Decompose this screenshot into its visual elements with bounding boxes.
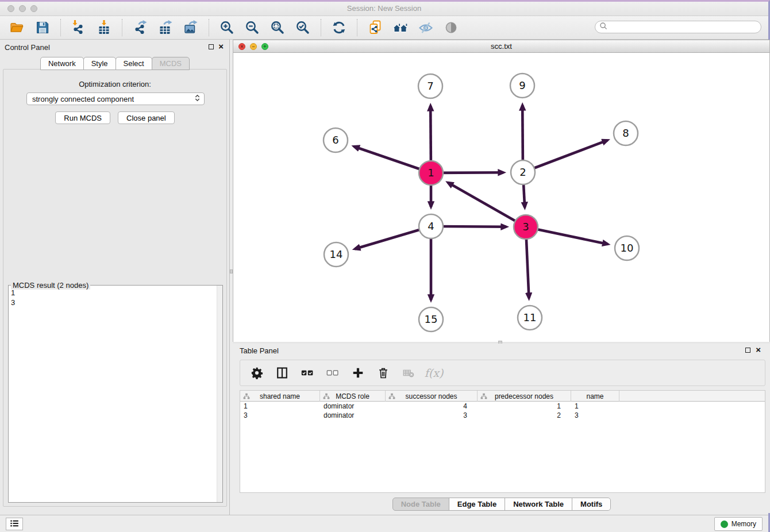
- delete-column-icon[interactable]: [376, 365, 391, 380]
- import-table-icon[interactable]: [95, 19, 113, 36]
- main-toolbar: [0, 16, 768, 40]
- open-session-icon[interactable]: [9, 19, 26, 36]
- window-title: Session: New Session: [0, 4, 768, 13]
- graph-node-1[interactable]: 1: [419, 161, 443, 185]
- table-row[interactable]: 3dominator323: [240, 411, 765, 420]
- vertical-splitter-handle[interactable]: [230, 269, 233, 273]
- delete-table-icon: [401, 365, 416, 380]
- graph-node-2[interactable]: 2: [511, 160, 535, 184]
- table-cell[interactable]: 1: [240, 402, 320, 411]
- memory-status-icon: [721, 521, 728, 528]
- svg-text:9: 9: [519, 79, 525, 91]
- task-history-button[interactable]: [6, 518, 23, 530]
- export-network-icon[interactable]: [132, 19, 149, 36]
- select-stepper-icon: [194, 94, 201, 104]
- table-body: 1dominator4113dominator323: [240, 402, 765, 492]
- hide-panel-icon[interactable]: [417, 19, 434, 36]
- table-cell[interactable]: dominator: [320, 402, 386, 411]
- tab-network[interactable]: Network: [40, 57, 84, 70]
- table-cell[interactable]: 2: [478, 411, 571, 420]
- graph-node-8[interactable]: 8: [614, 121, 638, 145]
- mcds-result-text[interactable]: 1 3: [9, 286, 217, 502]
- zoom-fit-icon[interactable]: [269, 19, 286, 36]
- network-window-title: scc.txt: [233, 42, 769, 51]
- graph-node-3[interactable]: 3: [514, 215, 538, 239]
- tab-network-table[interactable]: Network Table: [505, 498, 572, 511]
- memory-button[interactable]: Memory: [714, 517, 763, 531]
- network-window-titlebar[interactable]: × − + scc.txt: [233, 40, 769, 53]
- result-scrollbar[interactable]: [217, 286, 222, 502]
- graph-node-6[interactable]: 6: [324, 128, 348, 152]
- toolbar-separator: [209, 19, 209, 36]
- zoom-in-icon[interactable]: [218, 19, 236, 36]
- deselect-all-icon[interactable]: [325, 365, 340, 380]
- select-all-icon[interactable]: [300, 365, 315, 380]
- show-panel-icon[interactable]: [442, 19, 460, 36]
- search-icon: [599, 22, 608, 32]
- graph-node-14[interactable]: 14: [324, 242, 348, 267]
- column-header-name[interactable]: name: [571, 391, 619, 402]
- zoom-out-icon[interactable]: [244, 19, 261, 36]
- gear-icon[interactable]: [249, 365, 264, 380]
- table-cell[interactable]: 3: [386, 411, 478, 420]
- graph-node-9[interactable]: 9: [510, 74, 534, 98]
- tab-node-table[interactable]: Node Table: [392, 498, 449, 511]
- close-table-panel-icon[interactable]: ×: [756, 347, 761, 353]
- tab-motifs[interactable]: Motifs: [572, 498, 611, 511]
- zoom-selected-icon[interactable]: [294, 19, 311, 36]
- svg-text:1: 1: [428, 167, 434, 179]
- edge-2-8[interactable]: [523, 140, 607, 172]
- graph-node-15[interactable]: 15: [419, 307, 443, 331]
- split-columns-icon[interactable]: [275, 365, 290, 380]
- search-field[interactable]: [595, 21, 761, 33]
- table-cell[interactable]: 4: [386, 402, 478, 411]
- tab-edge-table[interactable]: Edge Table: [449, 498, 505, 511]
- optimization-criterion-select[interactable]: strongly connected component: [26, 92, 205, 105]
- add-column-icon[interactable]: [351, 365, 365, 380]
- float-table-panel-icon[interactable]: [745, 348, 750, 353]
- table-cell[interactable]: 1: [571, 402, 619, 411]
- selected-criterion: strongly connected component: [32, 95, 194, 103]
- control-panel-tabs: NetworkStyleSelectMCDS: [0, 57, 229, 70]
- tab-style[interactable]: Style: [83, 57, 116, 70]
- column-header-shared-name[interactable]: shared name: [240, 391, 320, 402]
- home-icon[interactable]: [392, 19, 409, 36]
- run-mcds-button[interactable]: Run MCDS: [55, 111, 110, 124]
- column-header-MCDS-role[interactable]: MCDS role: [320, 391, 386, 402]
- table-toolbar: f(x): [240, 360, 765, 386]
- table-row[interactable]: 1dominator411: [240, 402, 765, 411]
- network-graph[interactable]: 7968124314101511: [233, 53, 769, 342]
- svg-text:7: 7: [427, 80, 433, 92]
- table-cell[interactable]: 3: [240, 411, 320, 420]
- close-panel-button[interactable]: Close panel: [118, 111, 175, 124]
- export-image-icon[interactable]: [182, 19, 199, 36]
- svg-text:15: 15: [425, 313, 438, 325]
- network-view-window: × − + scc.txt 7968124314101511: [233, 40, 770, 342]
- graph-node-7[interactable]: 7: [418, 74, 442, 98]
- memory-label: Memory: [732, 520, 756, 528]
- search-input[interactable]: [608, 22, 761, 32]
- table-cell[interactable]: 3: [571, 411, 619, 420]
- edge-3-1[interactable]: [448, 183, 526, 227]
- graph-node-10[interactable]: 10: [615, 236, 639, 260]
- refresh-icon[interactable]: [330, 19, 348, 36]
- toolbar-separator: [357, 19, 357, 36]
- function-builder-icon: f(x): [426, 365, 441, 380]
- column-header-successor-nodes[interactable]: successor nodes: [386, 391, 478, 402]
- network-canvas[interactable]: 7968124314101511: [233, 53, 769, 342]
- float-panel-icon[interactable]: [209, 44, 214, 49]
- import-network-icon[interactable]: [70, 19, 87, 36]
- graph-node-4[interactable]: 4: [419, 214, 443, 238]
- table-cell[interactable]: dominator: [320, 411, 386, 420]
- close-panel-icon[interactable]: ×: [218, 44, 224, 49]
- svg-text:3: 3: [522, 221, 529, 233]
- tab-select[interactable]: Select: [116, 57, 152, 70]
- table-cell[interactable]: 1: [478, 402, 571, 411]
- graph-node-11[interactable]: 11: [518, 306, 542, 330]
- app-window: Session: New Session Control Panel × Net…: [0, 0, 770, 532]
- clone-network-icon[interactable]: [367, 19, 384, 36]
- column-header-predecessor-nodes[interactable]: predecessor nodes: [478, 391, 571, 402]
- save-session-icon[interactable]: [34, 19, 51, 36]
- export-table-icon[interactable]: [157, 19, 174, 36]
- tab-mcds[interactable]: MCDS: [152, 57, 190, 70]
